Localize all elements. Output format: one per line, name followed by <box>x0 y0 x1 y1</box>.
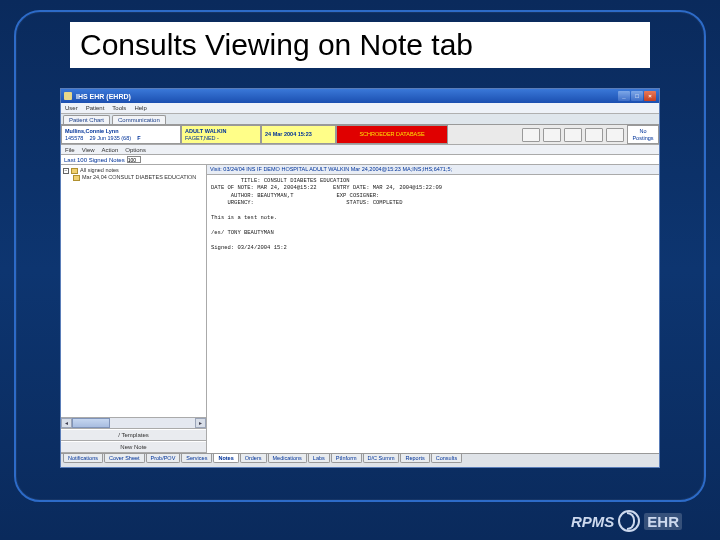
window-title: IHS EHR (EHRD) <box>76 93 614 100</box>
maximize-button[interactable]: □ <box>631 91 643 101</box>
submenu-options[interactable]: Options <box>125 147 146 153</box>
walkin-line2: FAGET,NED - <box>185 135 257 141</box>
new-note-button[interactable]: New Note <box>61 441 206 453</box>
database-banner: SCHROEDER DATABASE <box>336 125 448 144</box>
tab-notifications[interactable]: Notifications <box>63 454 103 463</box>
note-view-pane: Visit: 03/24/04 INS IF DEMO HOSPITAL ADU… <box>207 165 659 453</box>
notes-tree-pane: − All signed notes Mar 24,04 CONSULT DIA… <box>61 165 207 453</box>
templates-button[interactable]: / Templates <box>61 429 206 441</box>
last-notes-input[interactable] <box>127 156 141 163</box>
notes-filter-bar: Last 100 Signed Notes <box>61 155 659 165</box>
patient-name: Mullins,Connie Lynn <box>65 128 119 134</box>
tree-collapse-icon[interactable]: − <box>63 168 69 174</box>
tree-button-group: / Templates New Note <box>61 428 206 453</box>
scroll-right-button[interactable]: ► <box>195 418 206 428</box>
tab-cover-sheet[interactable]: Cover Sheet <box>104 454 145 463</box>
tab-orders[interactable]: Orders <box>240 454 267 463</box>
patient-sex: F <box>137 135 140 141</box>
last-notes-label: Last 100 Signed Notes <box>64 157 125 163</box>
visit-date-cell[interactable]: 24 Mar 2004 15:23 <box>261 125 336 144</box>
tab-ptinform[interactable]: PtInform <box>331 454 362 463</box>
tab-consults[interactable]: Consults <box>431 454 462 463</box>
scroll-thumb[interactable] <box>72 418 110 428</box>
tab-communication[interactable]: Communication <box>112 115 166 124</box>
close-button[interactable]: × <box>644 91 656 101</box>
patient-info-bar: Mullins,Connie Lynn 145578 29 Jun 1935 (… <box>61 125 659 145</box>
submenu-file[interactable]: File <box>65 147 75 153</box>
scroll-track[interactable] <box>72 418 195 428</box>
patient-dob: 29 Jun 1935 (68) <box>89 135 131 141</box>
toolbar-icon-4[interactable] <box>585 128 603 142</box>
menu-help[interactable]: Help <box>134 105 146 111</box>
toolbar-icon-1[interactable] <box>522 128 540 142</box>
menu-user[interactable]: User <box>65 105 78 111</box>
tab-notes[interactable]: Notes <box>213 454 238 463</box>
walkin-line1: ADULT WALKIN <box>185 128 226 134</box>
patient-cell[interactable]: Mullins,Connie Lynn 145578 29 Jun 1935 (… <box>61 125 181 144</box>
tree-note-row[interactable]: Mar 24,04 CONSULT DIABETES EDUCATION <box>63 174 204 181</box>
tab-reports[interactable]: Reports <box>400 454 429 463</box>
window-controls: _ □ × <box>618 91 656 101</box>
postings-cell[interactable]: No Postings <box>627 125 659 144</box>
tab-services[interactable]: Services <box>181 454 212 463</box>
note-icon <box>73 175 80 181</box>
tab-medications[interactable]: Medications <box>268 454 307 463</box>
toolbar-icon-5[interactable] <box>606 128 624 142</box>
titlebar: IHS EHR (EHRD) _ □ × <box>61 89 659 103</box>
menu-patient[interactable]: Patient <box>86 105 105 111</box>
visit-cell[interactable]: ADULT WALKIN FAGET,NED - <box>181 125 261 144</box>
slide-title: Consults Viewing on Note tab <box>70 22 650 68</box>
tree-root-label: All signed notes <box>80 167 119 174</box>
folder-icon <box>71 168 78 174</box>
workspace: − All signed notes Mar 24,04 CONSULT DIA… <box>61 165 659 453</box>
notes-menubar: File View Action Options <box>61 145 659 155</box>
logo-disc-icon <box>618 510 640 532</box>
tree-horizontal-scrollbar[interactable]: ◄ ► <box>61 417 206 428</box>
tree-root-row[interactable]: − All signed notes <box>63 167 204 174</box>
notes-tree[interactable]: − All signed notes Mar 24,04 CONSULT DIA… <box>61 165 206 417</box>
note-body: TITLE: CONSULT DIABETES EDUCATION DATE O… <box>207 175 659 453</box>
ehr-window: IHS EHR (EHRD) _ □ × User Patient Tools … <box>60 88 660 468</box>
menubar: User Patient Tools Help <box>61 103 659 114</box>
brand-rpms: RPMS <box>571 513 614 530</box>
scroll-left-button[interactable]: ◄ <box>61 418 72 428</box>
toolbar-icon-2[interactable] <box>543 128 561 142</box>
tree-note-label: Mar 24,04 CONSULT DIABETES EDUCATION <box>82 174 196 181</box>
tab-prob-pov[interactable]: Prob/POV <box>146 454 181 463</box>
top-tabstrip: Patient Chart Communication <box>61 114 659 125</box>
tab-patient-chart[interactable]: Patient Chart <box>63 115 110 124</box>
toolbar-icon-3[interactable] <box>564 128 582 142</box>
brand-ehr: EHR <box>644 513 682 530</box>
visit-date: 24 Mar 2004 15:23 <box>265 131 332 137</box>
submenu-action[interactable]: Action <box>102 147 119 153</box>
patient-id: 145578 <box>65 135 83 141</box>
tab-dc-summ[interactable]: D/C Summ <box>363 454 400 463</box>
submenu-view[interactable]: View <box>82 147 95 153</box>
toolbar-icons <box>448 125 627 144</box>
note-header: Visit: 03/24/04 INS IF DEMO HOSPITAL ADU… <box>207 165 659 175</box>
postings-line2: Postings <box>632 135 653 141</box>
minimize-button[interactable]: _ <box>618 91 630 101</box>
bottom-tabstrip: Notifications Cover Sheet Prob/POV Servi… <box>61 453 659 467</box>
database-label: SCHROEDER DATABASE <box>359 131 424 137</box>
menu-tools[interactable]: Tools <box>112 105 126 111</box>
footer-logo: RPMS EHR <box>571 510 682 532</box>
app-icon <box>64 92 72 100</box>
tab-labs[interactable]: Labs <box>308 454 330 463</box>
